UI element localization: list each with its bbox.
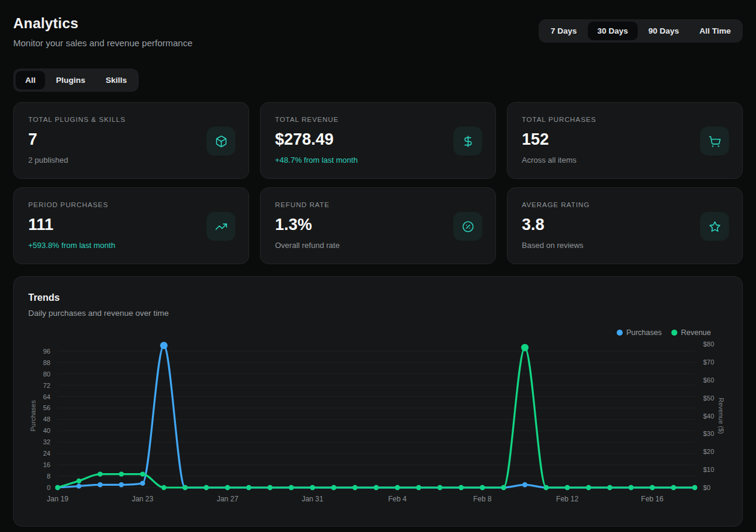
dollar-icon [453,127,482,156]
y-axis-tick-left: 72 [43,382,50,389]
data-point-revenue[interactable] [629,485,634,490]
chart-series-dots [55,342,697,490]
data-point-purchases[interactable] [522,482,527,487]
stat-card-value: 3.8 [522,216,728,234]
filter-tab-plugins[interactable]: Plugins [46,71,95,89]
trends-card: Trends Daily purchases and revenue over … [13,276,743,527]
y-axis-tick-left: 80 [43,370,50,378]
data-point-revenue[interactable] [459,485,464,490]
y-axis-tick-right: $80 [703,340,714,348]
x-axis-tick: Feb 4 [389,495,407,503]
time-range-selector: 7 Days30 Days90 DaysAll Time [539,19,743,43]
x-axis-tick: Jan 19 [47,495,68,503]
data-point-revenue[interactable] [543,485,548,490]
stat-card-refund-rate: REFUND RATE1.3%Overall refund rate [260,187,496,264]
data-point-revenue[interactable] [225,485,230,490]
data-point-revenue[interactable] [119,471,124,476]
data-point-purchases[interactable] [160,342,168,349]
data-point-revenue[interactable] [289,485,294,490]
data-point-revenue[interactable] [98,471,103,476]
data-point-revenue[interactable] [55,485,60,490]
data-point-revenue[interactable] [501,485,506,490]
stat-card-average-rating: AVERAGE RATING3.8Based on reviews [507,187,743,264]
stat-card-subtext: +48.7% from last month [275,156,481,165]
data-point-revenue[interactable] [140,471,145,476]
legend-label: Revenue [681,328,711,337]
y-axis-tick-right: $0 [703,484,710,491]
x-axis-tick: Feb 16 [641,495,664,503]
data-point-revenue[interactable] [183,485,187,490]
data-point-revenue[interactable] [650,485,655,490]
data-point-revenue[interactable] [437,485,442,490]
legend-dot-revenue [671,330,677,336]
time-range-option-all-time[interactable]: All Time [690,22,740,40]
time-range-option-90-days[interactable]: 90 Days [639,22,689,40]
filter-tab-skills[interactable]: Skills [96,71,136,89]
data-point-purchases[interactable] [76,483,81,488]
stat-card-label: TOTAL PLUGINS & SKILLS [28,116,234,123]
stat-card-total-revenue: TOTAL REVENUE$278.49+48.7% from last mon… [260,102,496,179]
data-point-revenue[interactable] [352,485,357,490]
data-point-purchases[interactable] [98,482,103,487]
trending-up-icon [207,212,235,241]
y-axis-tick-left: 88 [43,359,50,366]
stat-card-label: TOTAL PURCHASES [522,116,728,123]
filter-tab-all[interactable]: All [16,71,45,89]
time-range-option-30-days[interactable]: 30 Days [588,22,638,40]
data-point-revenue[interactable] [480,485,485,490]
time-range-option-7-days[interactable]: 7 Days [541,22,587,40]
y-axis-tick-left: 0 [47,484,50,491]
stat-card-value: 152 [522,130,728,149]
chart-series-lines [58,345,695,488]
data-point-revenue[interactable] [416,485,421,490]
stat-card-subtext: Based on reviews [522,241,728,250]
trends-subtitle: Daily purchases and revenue over time [28,309,728,318]
data-point-revenue[interactable] [267,485,272,490]
data-point-revenue[interactable] [373,485,378,490]
data-point-revenue[interactable] [607,485,612,490]
data-point-revenue[interactable] [671,485,676,490]
data-point-revenue[interactable] [565,485,570,490]
y-axis-title-right: Revenue ($) [718,397,725,434]
y-axis-tick-left: 16 [43,461,50,468]
line-purchases [58,345,695,488]
y-axis-tick-left: 8 [47,473,50,480]
axis-tick-labels: 081624324048566472808896$0$10$20$30$40$5… [43,340,715,503]
trends-title: Trends [28,292,728,303]
data-point-revenue[interactable] [692,485,697,490]
y-axis-tick-left: 24 [43,450,50,457]
x-axis-tick: Feb 8 [473,495,492,503]
data-point-revenue[interactable] [586,485,591,490]
stat-card-period-purchases: PERIOD PURCHASES111+593.8% from last mon… [13,187,249,264]
stat-card-label: REFUND RATE [275,201,481,208]
data-point-revenue[interactable] [162,485,166,490]
data-point-purchases[interactable] [119,482,124,487]
stat-card-total-plugins-skills: TOTAL PLUGINS & SKILLS72 published [13,102,249,179]
stat-card-total-purchases: TOTAL PURCHASES152Across all items [507,102,743,179]
data-point-revenue[interactable] [331,485,336,490]
legend-item-purchases[interactable]: Purchases [617,327,662,338]
trends-chart[interactable]: 081624324048566472808896$0$10$20$30$40$5… [28,338,729,509]
y-axis-tick-right: $10 [703,466,714,473]
data-point-revenue[interactable] [76,479,81,483]
percent-circle-icon [453,212,482,241]
analytics-page: Analytics Monitor your sales and revenue… [0,0,756,527]
stat-card-value: $278.49 [275,130,481,149]
y-axis-tick-right: $40 [703,413,714,420]
data-point-revenue[interactable] [310,485,315,490]
legend-item-revenue[interactable]: Revenue [671,327,711,338]
data-point-revenue[interactable] [204,485,208,490]
stat-cards-grid: TOTAL PLUGINS & SKILLS72 publishedTOTAL … [13,102,743,264]
data-point-purchases[interactable] [140,481,145,486]
data-point-revenue[interactable] [246,485,251,490]
y-axis-tick-right: $60 [703,376,714,384]
x-axis-tick: Feb 12 [556,495,579,503]
y-axis-title-left: Purchases [29,400,37,431]
data-point-revenue[interactable] [395,485,400,490]
legend-dot-purchases [617,330,623,336]
stat-card-value: 111 [28,216,234,234]
data-point-revenue[interactable] [521,344,528,351]
y-axis-tick-left: 96 [43,348,50,355]
package-icon [207,127,235,156]
star-icon [700,212,729,241]
